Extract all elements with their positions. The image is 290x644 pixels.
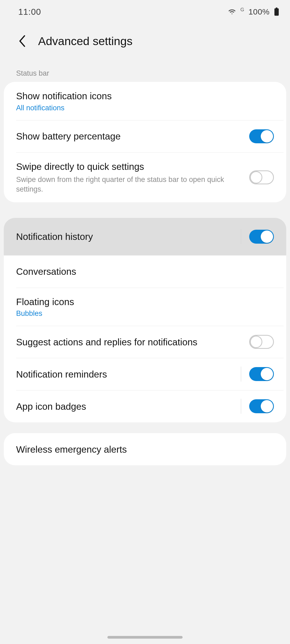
row-subtitle: All notifications [16,104,269,112]
card-status-bar: Show notification icons All notification… [4,82,286,202]
row-title: Floating icons [16,296,269,308]
settings-scroll[interactable]: Status bar Show notification icons All n… [0,58,290,465]
gesture-nav-handle[interactable] [107,636,183,639]
row-title: Swipe directly to quick settings [16,160,244,173]
row-notification-reminders[interactable]: Notification reminders [4,358,286,390]
battery-icon [274,8,279,16]
row-title: App icon badges [16,400,233,413]
row-notification-history[interactable]: Notification history [4,218,286,255]
status-right: G 100% [228,7,279,16]
chevron-left-icon [19,35,27,47]
wifi-icon [228,9,236,15]
row-title: Suggest actions and replies for notifica… [16,336,244,348]
vertical-separator [241,229,241,244]
svg-rect-1 [276,8,277,9]
card-notifications-highlight: Notification history [4,218,286,255]
page-header: Advanced settings [0,24,290,58]
battery-percentage-text: 100% [248,7,270,16]
svg-rect-0 [274,8,279,16]
row-wireless-emergency-alerts[interactable]: Wireless emergency alerts [4,433,286,465]
network-type-icon: G [240,7,244,13]
section-label-status-bar: Status bar [0,58,290,82]
row-title: Show notification icons [16,90,269,102]
status-bar: 11:00 G 100% [0,0,290,24]
row-description: Swipe down from the right quarter of the… [16,175,244,194]
row-title: Show battery percentage [16,130,244,142]
row-swipe-quick-settings[interactable]: Swipe directly to quick settings Swipe d… [4,152,286,202]
vertical-separator [241,399,241,414]
card-emergency: Wireless emergency alerts [4,433,286,465]
row-show-notification-icons[interactable]: Show notification icons All notification… [4,82,286,120]
row-title: Notification history [16,230,233,243]
page-title: Advanced settings [38,35,132,48]
toggle-notification-history[interactable] [249,230,274,244]
toggle-suggest-actions[interactable] [249,335,274,349]
back-button[interactable] [15,34,30,49]
row-show-battery-percentage[interactable]: Show battery percentage [4,120,286,152]
row-title: Notification reminders [16,368,233,380]
row-app-icon-badges[interactable]: App icon badges [4,390,286,422]
toggle-app-icon-badges[interactable] [249,399,274,413]
toggle-swipe-quick-settings[interactable] [249,170,274,184]
row-title: Conversations [16,265,269,278]
row-conversations[interactable]: Conversations [4,255,286,288]
toggle-show-battery-percentage[interactable] [249,129,274,143]
row-subtitle: Bubbles [16,309,269,318]
row-suggest-actions[interactable]: Suggest actions and replies for notifica… [4,326,286,358]
vertical-separator [241,367,241,382]
row-title: Wireless emergency alerts [16,443,269,456]
status-time: 11:00 [11,7,41,17]
toggle-notification-reminders[interactable] [249,367,274,381]
card-notifications: Conversations Floating icons Bubbles Sug… [4,255,286,423]
row-floating-icons[interactable]: Floating icons Bubbles [4,288,286,326]
